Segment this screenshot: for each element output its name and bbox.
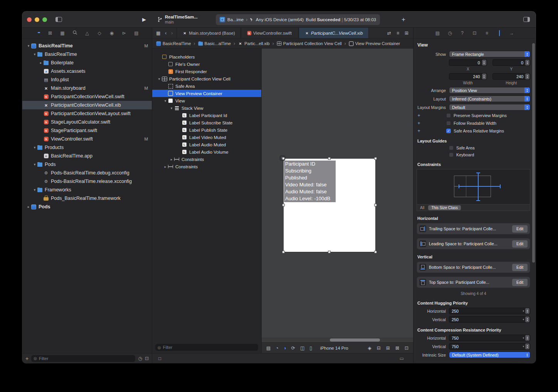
stepper-icon[interactable]: ▴▾ <box>525 74 529 79</box>
resize-handle[interactable] <box>328 157 331 160</box>
quick-help-inspector-icon[interactable]: ? <box>459 30 465 36</box>
outline-row[interactable]: Participant Collection View Cell <box>152 75 261 82</box>
constraint-row[interactable]: Trailing Space to: Participant Colle... … <box>417 223 530 235</box>
outline-row[interactable]: View <box>152 97 261 104</box>
issues-navigator-icon[interactable]: △ <box>84 31 90 35</box>
file-row[interactable]: ViewController.swift M <box>22 135 152 143</box>
outline-row[interactable]: Stack View <box>152 104 261 112</box>
preview-label[interactable]: Audio Level: -100dB <box>284 195 336 202</box>
edit-constraint-button[interactable]: Edit <box>512 240 528 248</box>
close-window-button[interactable] <box>27 17 32 22</box>
symbols-navigator-icon[interactable]: ▦ <box>60 31 66 35</box>
stepper-icon[interactable]: ▴▾ <box>525 335 529 341</box>
color-scheme-icon[interactable]: ◑ <box>284 345 286 351</box>
stepper-icon[interactable]: ▴▾ <box>525 317 529 322</box>
disclosure-chevron-icon[interactable] <box>39 61 43 65</box>
stepper-icon[interactable]: ▴▾ <box>525 343 529 349</box>
resize-handle[interactable] <box>282 157 285 160</box>
horizontal-scrollbar-thumb[interactable] <box>330 338 380 342</box>
resize-handle[interactable] <box>282 251 285 253</box>
height-field[interactable]: 240 ▴▾ <box>492 73 531 80</box>
stack-view-overlay[interactable]: Participant ID Subscribing Published Vid… <box>284 161 336 202</box>
device-icon[interactable]: ▯ <box>309 345 312 351</box>
hugging-horizontal-field[interactable]: 250 ▾ ▴▾ <box>449 308 530 314</box>
compression-horizontal-field[interactable]: 750 ▾ ▴▾ <box>449 335 530 341</box>
file-row[interactable]: Assets.xcassets <box>22 67 152 75</box>
resize-handle[interactable] <box>374 251 377 253</box>
disclosure-chevron-icon[interactable] <box>32 188 37 192</box>
zoom-controls-icon[interactable]: ◈ <box>368 345 371 351</box>
inspector-scrollbar-thumb[interactable] <box>532 43 535 263</box>
outline-row[interactable]: Label Video Muted <box>152 134 261 141</box>
stepper-icon[interactable]: ▴▾ <box>525 60 529 65</box>
file-row[interactable]: BasicRealTime.app <box>22 152 152 160</box>
swap-editor-icon[interactable]: ⇄ <box>387 30 391 36</box>
breadcrumb-item[interactable]: BasicRealTime <box>156 41 191 46</box>
layout-popup[interactable]: Inferred (Constraints) ▴▾ <box>449 95 530 102</box>
reports-navigator-icon[interactable]: ▤ <box>134 31 140 35</box>
filter-size-class-button[interactable]: This Size Class <box>428 205 461 210</box>
resize-handle[interactable] <box>282 204 285 206</box>
file-row[interactable]: Pods <box>22 160 152 169</box>
disclosure-chevron-icon[interactable] <box>26 44 31 48</box>
preview-label[interactable]: Video Muted: false <box>284 181 336 188</box>
disclosure-chevron-icon[interactable] <box>157 77 161 81</box>
forward-button[interactable]: › <box>171 30 173 36</box>
outline-row[interactable]: Label Audio Volume <box>152 148 261 156</box>
preview-label[interactable]: Participant ID <box>284 161 336 168</box>
toggle-inspector-icon[interactable] <box>523 17 530 22</box>
connections-inspector-icon[interactable]: → <box>509 30 514 36</box>
file-row[interactable]: Boilerplate <box>22 59 152 67</box>
disclosure-chevron-icon[interactable] <box>169 106 174 110</box>
file-row[interactable]: Pods-BasicRealTime.release.xcconfig <box>22 177 152 186</box>
checkbox[interactable] <box>449 146 454 150</box>
interface-builder-canvas[interactable]: × Participant ID Subscribing Published <box>262 49 413 342</box>
layout-margins-popup[interactable]: Default ▴▾ <box>449 104 530 111</box>
plus-icon[interactable]: + <box>417 121 421 126</box>
resize-handle[interactable] <box>328 251 331 253</box>
file-row[interactable]: Products <box>22 143 152 152</box>
breadcrumb-item[interactable]: View Preview Container <box>342 41 400 46</box>
file-row[interactable]: Main.storyboard M <box>22 84 152 92</box>
breadcrumb-item[interactable]: Participant Collection View Cell <box>270 41 342 46</box>
breakpoints-navigator-icon[interactable]: ⊳ <box>121 31 127 35</box>
disclosure-chevron-icon[interactable] <box>163 165 168 169</box>
checkbox[interactable] <box>446 113 451 118</box>
align-icon[interactable]: ⊟ <box>377 345 381 351</box>
hugging-vertical-field[interactable]: 250 ▾ ▴▾ <box>449 316 530 323</box>
stepper-icon[interactable]: ▴▾ <box>482 74 486 79</box>
outline-row[interactable]: Safe Area <box>152 82 261 90</box>
size-inspector-icon[interactable] <box>496 30 502 36</box>
resize-handle[interactable] <box>374 204 377 206</box>
checkbox[interactable] <box>446 121 451 126</box>
source-control-navigator-icon[interactable]: ⊠ <box>47 31 53 35</box>
disclosure-chevron-icon[interactable] <box>32 146 37 149</box>
history-inspector-icon[interactable]: ◷ <box>447 30 453 36</box>
file-row[interactable]: Pods-BasicRealTime.debug.xcconfig <box>22 169 152 177</box>
outline-row[interactable]: Label Subscribe State <box>152 119 261 126</box>
attributes-inspector-icon[interactable]: ≡ <box>484 30 490 36</box>
scm-status-filter-icon[interactable]: ⊡ <box>145 356 149 361</box>
embed-icon[interactable]: ⊡ <box>405 345 408 351</box>
filter-all-button[interactable]: All <box>420 206 424 210</box>
back-button[interactable]: ‹ <box>165 30 166 36</box>
device-name[interactable]: iPhone 14 Pro <box>320 346 348 350</box>
file-row[interactable]: ParticipantCollectionViewCell.swift <box>22 92 152 101</box>
preview-label[interactable]: Subscribing <box>284 168 336 174</box>
constraints-diagram[interactable] <box>417 169 530 204</box>
stepper-icon[interactable]: ▴▾ <box>482 60 486 65</box>
variants-icon[interactable]: ◔ <box>276 345 278 351</box>
outline-row[interactable]: Label Audio Muted <box>152 141 261 148</box>
constraint-row[interactable]: Leading Space to: Participant Colle... E… <box>417 238 530 250</box>
outline-row[interactable]: Placeholders <box>152 53 261 60</box>
outline-row[interactable]: First Responder <box>152 68 261 75</box>
file-row[interactable]: Pods <box>22 203 152 211</box>
editor-tab[interactable]: ViewController.swift <box>241 28 299 38</box>
add-file-button[interactable]: + <box>25 356 29 361</box>
add-editor-tab-button[interactable]: + <box>402 16 405 23</box>
preview-label[interactable]: Audio Muted: false <box>284 188 336 195</box>
compression-vertical-field[interactable]: 750 ▾ ▴▾ <box>449 343 530 350</box>
adapt-icon[interactable]: ◫ <box>300 345 304 351</box>
disclosure-chevron-icon[interactable] <box>32 52 37 56</box>
file-row[interactable]: StageLayoutCalculator.swift <box>22 118 152 126</box>
